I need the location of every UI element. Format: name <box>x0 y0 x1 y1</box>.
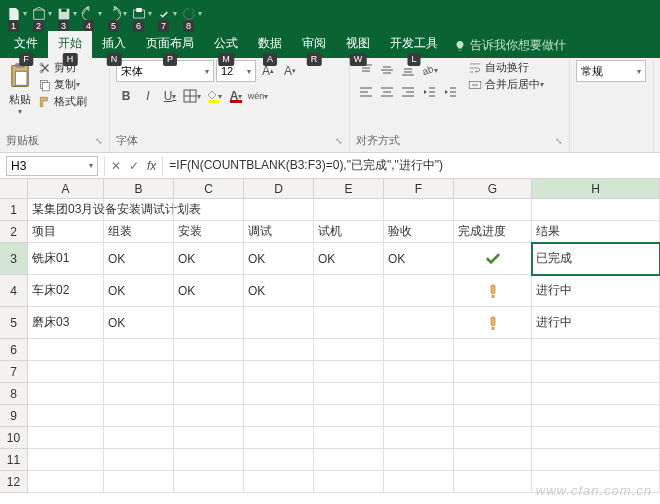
cell-D4[interactable]: OK <box>244 275 314 307</box>
cell-D9[interactable] <box>244 405 314 427</box>
cell-D11[interactable] <box>244 449 314 471</box>
spreadsheet-grid[interactable]: ABCDEFGH 1某集团03月设备安装调试计划表2项目组装安装调试试机验收完成… <box>0 179 660 493</box>
qat-button-2[interactable]: ▾2 <box>31 6 52 22</box>
name-box[interactable]: H3▾ <box>6 156 98 176</box>
cell-G7[interactable] <box>454 361 532 383</box>
merge-center-button[interactable]: 合并后居中▾ <box>468 77 544 92</box>
col-header-A[interactable]: A <box>28 179 104 198</box>
cell-C4[interactable]: OK <box>174 275 244 307</box>
cell-A6[interactable] <box>28 339 104 361</box>
cell-C10[interactable] <box>174 427 244 449</box>
tab-n[interactable]: 插入N <box>92 31 136 58</box>
tab-r[interactable]: 审阅R <box>292 31 336 58</box>
select-all-corner[interactable] <box>0 179 28 198</box>
cell-B3[interactable]: OK <box>104 243 174 275</box>
cell-F2[interactable]: 验收 <box>384 221 454 243</box>
cell-C6[interactable] <box>174 339 244 361</box>
tab-l[interactable]: 开发工具L <box>380 31 448 58</box>
col-header-C[interactable]: C <box>174 179 244 198</box>
cell-E4[interactable] <box>314 275 384 307</box>
col-header-D[interactable]: D <box>244 179 314 198</box>
paste-dropdown-icon[interactable]: ▾ <box>18 107 22 116</box>
cell-A7[interactable] <box>28 361 104 383</box>
qat-button-1[interactable]: ▾1 <box>6 6 27 22</box>
cell-C8[interactable] <box>174 383 244 405</box>
fill-color-button[interactable]: ▾ <box>204 86 224 106</box>
cell-G1[interactable] <box>454 199 532 221</box>
cell-C12[interactable] <box>174 471 244 493</box>
cell-H10[interactable] <box>532 427 660 449</box>
cell-F9[interactable] <box>384 405 454 427</box>
cell-C9[interactable] <box>174 405 244 427</box>
cell-G4[interactable] <box>454 275 532 307</box>
cell-A1[interactable]: 某集团03月设备安装调试计划表 <box>28 199 104 221</box>
cell-A5[interactable]: 磨床03 <box>28 307 104 339</box>
align-left-button[interactable] <box>356 82 376 102</box>
cell-E6[interactable] <box>314 339 384 361</box>
paste-label[interactable]: 粘贴 <box>9 92 31 107</box>
cell-G5[interactable] <box>454 307 532 339</box>
decrease-font-icon[interactable]: A▾ <box>280 61 300 81</box>
cell-E2[interactable]: 试机 <box>314 221 384 243</box>
cell-B8[interactable] <box>104 383 174 405</box>
row-header-8[interactable]: 8 <box>0 383 28 405</box>
cell-G6[interactable] <box>454 339 532 361</box>
cell-B1[interactable] <box>104 199 174 221</box>
align-launcher-icon[interactable]: ⤡ <box>555 136 563 146</box>
cell-H7[interactable] <box>532 361 660 383</box>
cell-D1[interactable] <box>244 199 314 221</box>
number-format-select[interactable]: 常规▾ <box>576 60 646 82</box>
bold-button[interactable]: B <box>116 86 136 106</box>
tab-h[interactable]: 开始H <box>48 31 92 58</box>
cell-E11[interactable] <box>314 449 384 471</box>
cell-A11[interactable] <box>28 449 104 471</box>
cell-A12[interactable] <box>28 471 104 493</box>
cell-B2[interactable]: 组装 <box>104 221 174 243</box>
cell-B6[interactable] <box>104 339 174 361</box>
fx-icon[interactable]: fx <box>147 159 156 173</box>
tab-p[interactable]: 页面布局P <box>136 31 204 58</box>
tab-a[interactable]: 数据A <box>248 31 292 58</box>
row-header-3[interactable]: 3 <box>0 243 28 275</box>
cell-B12[interactable] <box>104 471 174 493</box>
cell-H6[interactable] <box>532 339 660 361</box>
cell-A2[interactable]: 项目 <box>28 221 104 243</box>
align-center-button[interactable] <box>377 82 397 102</box>
col-header-B[interactable]: B <box>104 179 174 198</box>
tell-me-search[interactable]: 告诉我你想要做什 <box>448 33 572 58</box>
cell-H1[interactable] <box>532 199 660 221</box>
cell-D2[interactable]: 调试 <box>244 221 314 243</box>
row-header-2[interactable]: 2 <box>0 221 28 243</box>
cell-A3[interactable]: 铣床01 <box>28 243 104 275</box>
cell-G3[interactable] <box>454 243 532 275</box>
cell-F3[interactable]: OK <box>384 243 454 275</box>
qat-button-8[interactable]: ▾8 <box>181 6 202 22</box>
cell-E10[interactable] <box>314 427 384 449</box>
cell-E9[interactable] <box>314 405 384 427</box>
cell-G9[interactable] <box>454 405 532 427</box>
align-middle-button[interactable] <box>377 60 397 80</box>
cell-C5[interactable] <box>174 307 244 339</box>
row-header-1[interactable]: 1 <box>0 199 28 221</box>
col-header-G[interactable]: G <box>454 179 532 198</box>
font-launcher-icon[interactable]: ⤡ <box>335 136 343 146</box>
cell-A10[interactable] <box>28 427 104 449</box>
cell-E1[interactable] <box>314 199 384 221</box>
cell-A9[interactable] <box>28 405 104 427</box>
cell-C3[interactable]: OK <box>174 243 244 275</box>
col-header-E[interactable]: E <box>314 179 384 198</box>
cell-G11[interactable] <box>454 449 532 471</box>
cell-G10[interactable] <box>454 427 532 449</box>
cell-F6[interactable] <box>384 339 454 361</box>
col-header-H[interactable]: H <box>532 179 660 198</box>
cell-D8[interactable] <box>244 383 314 405</box>
cell-H2[interactable]: 结果 <box>532 221 660 243</box>
cell-H11[interactable] <box>532 449 660 471</box>
phonetic-button[interactable]: wén▾ <box>248 86 268 106</box>
cell-D12[interactable] <box>244 471 314 493</box>
cell-E8[interactable] <box>314 383 384 405</box>
cell-C2[interactable]: 安装 <box>174 221 244 243</box>
cell-F1[interactable] <box>384 199 454 221</box>
row-header-5[interactable]: 5 <box>0 307 28 339</box>
row-header-12[interactable]: 12 <box>0 471 28 493</box>
